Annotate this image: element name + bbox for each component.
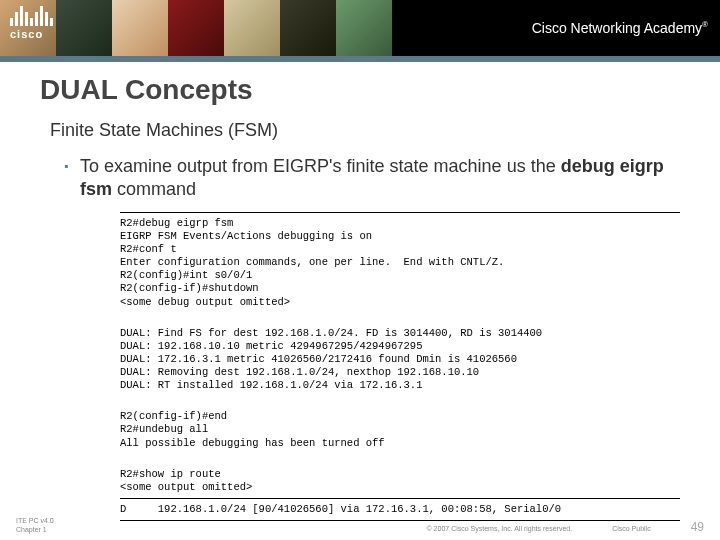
- footer-classification: Cisco Public: [612, 525, 651, 532]
- terminal-block-3: R2(config-if)#end R2#undebug all All pos…: [120, 410, 680, 449]
- terminal-block-1: R2#debug eigrp fsm EIGRP FSM Events/Acti…: [120, 217, 680, 309]
- slide-subtitle: Finite State Machines (FSM): [50, 120, 680, 141]
- slide-content: DUAL Concepts Finite State Machines (FSM…: [0, 62, 720, 521]
- terminal-block-2: DUAL: Find FS for dest 192.168.1.0/24. F…: [120, 327, 680, 393]
- trademark-icon: ®: [702, 20, 708, 29]
- cisco-logo-text: cisco: [10, 28, 53, 40]
- footer-chapter: Chapter 1: [16, 526, 54, 534]
- cisco-logo: cisco: [10, 6, 53, 40]
- academy-text: Cisco Networking Academy: [532, 20, 702, 36]
- page-number: 49: [691, 520, 704, 534]
- terminal-block-5: D 192.168.1.0/24 [90/41026560] via 172.1…: [120, 503, 680, 516]
- header-photo-strip: [0, 0, 392, 56]
- bullet-text-tail: command: [112, 179, 196, 199]
- terminal-block-4: R2#show ip route <some output omitted>: [120, 468, 680, 494]
- footer-left: ITE PC v4.0 Chapter 1: [16, 517, 54, 534]
- academy-label: Cisco Networking Academy®: [532, 20, 708, 36]
- footer-copyright: © 2007 Cisco Systems, Inc. All rights re…: [427, 525, 573, 532]
- bullet-item: To examine output from EIGRP's finite st…: [64, 155, 680, 202]
- footer-right: © 2007 Cisco Systems, Inc. All rights re…: [427, 520, 704, 534]
- footer-course: ITE PC v4.0: [16, 517, 54, 525]
- slide-title: DUAL Concepts: [40, 74, 680, 106]
- cisco-bars-icon: [10, 6, 53, 26]
- slide-footer: ITE PC v4.0 Chapter 1 © 2007 Cisco Syste…: [0, 517, 720, 534]
- bullet-text-lead: To examine output from EIGRP's finite st…: [80, 156, 561, 176]
- terminal-output: R2#debug eigrp fsm EIGRP FSM Events/Acti…: [120, 212, 680, 521]
- slide-header: cisco Cisco Networking Academy®: [0, 0, 720, 56]
